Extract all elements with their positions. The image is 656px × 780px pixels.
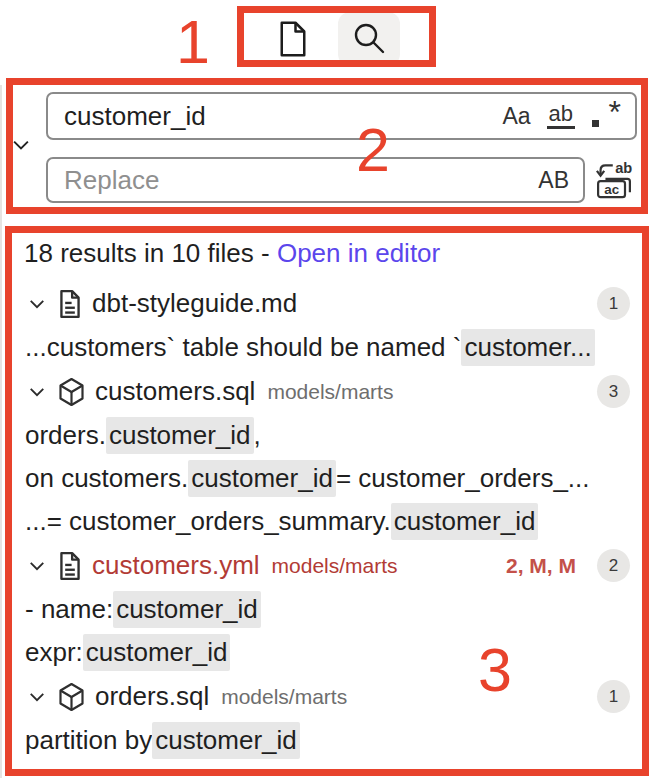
- match-highlight: customer_id: [113, 591, 261, 628]
- file-row[interactable]: orders.sqlmodels/marts1: [0, 674, 650, 719]
- cube-icon: [57, 682, 86, 712]
- toggle-replace-chevron[interactable]: [8, 132, 34, 158]
- search-match-row[interactable]: ...customers` table should be named `cus…: [0, 326, 650, 369]
- match-before-text: ...customers` table should be named `: [25, 332, 461, 363]
- match-highlight: customer...: [461, 329, 594, 366]
- file-name: customers.sql: [95, 376, 255, 407]
- search-input[interactable]: [48, 101, 502, 132]
- file-row[interactable]: dbt-styleguide.md1: [0, 281, 650, 326]
- vscode-search-sidebar: Aa ab * AB ab ac ··· 18 result: [0, 0, 656, 780]
- match-highlight: customer_id: [391, 503, 539, 540]
- replace-input[interactable]: [48, 165, 538, 196]
- match-highlight: customer_id: [152, 722, 300, 759]
- summary-separator: -: [254, 238, 277, 268]
- search-input-box: Aa ab *: [46, 92, 637, 140]
- match-count-badge: 2: [597, 549, 630, 582]
- git-status: 2, M, M: [506, 554, 576, 578]
- search-icon: [352, 22, 386, 56]
- file-name: orders.sql: [95, 681, 209, 712]
- match-before-text: partition by: [25, 725, 152, 756]
- match-highlight: customer_id: [83, 634, 231, 671]
- results-summary: 18 results in 10 files - Open in editor: [24, 238, 440, 269]
- search-match-row[interactable]: partition by customer_id: [0, 719, 650, 762]
- search-match-row[interactable]: expr: customer_id: [0, 631, 650, 674]
- explorer-tab[interactable]: [262, 12, 324, 66]
- replace-all-button[interactable]: ab ac: [592, 159, 636, 201]
- match-count-badge: 1: [597, 287, 630, 320]
- match-before-text: - name:: [25, 594, 113, 625]
- file-path: models/marts: [267, 380, 393, 404]
- regex-toggle-icon[interactable]: *: [591, 102, 621, 130]
- match-count-badge: 3: [597, 375, 630, 408]
- match-after-text: = customer_orders_...: [336, 463, 590, 494]
- open-in-editor-link[interactable]: Open in editor: [277, 238, 440, 268]
- chevron-down-icon[interactable]: [26, 382, 48, 402]
- match-highlight: customer_id: [188, 460, 336, 497]
- replace-all-icon: ab ac: [592, 159, 636, 201]
- preserve-case-toggle-icon[interactable]: AB: [538, 169, 569, 192]
- cube-icon: [57, 377, 86, 407]
- results-count: 18 results in 10 files: [24, 238, 254, 268]
- search-match-row[interactable]: - name: customer_id: [0, 588, 650, 631]
- regex-square: [592, 120, 599, 127]
- chevron-down-icon[interactable]: [26, 687, 48, 707]
- activity-bar: [262, 12, 400, 66]
- file-row[interactable]: customers.sqlmodels/marts3: [0, 369, 650, 414]
- replace-toggles: AB: [538, 169, 583, 192]
- file-text-icon: [57, 551, 83, 581]
- match-highlight: customer_id: [106, 417, 254, 454]
- toggle-search-details-icon[interactable]: ···: [585, 196, 620, 227]
- match-before-text: ...= customer_orders_summary.: [25, 506, 391, 537]
- match-before-text: orders.: [25, 420, 106, 451]
- search-results-tree: dbt-styleguide.md1...customers` table sh…: [0, 281, 650, 762]
- chevron-down-icon[interactable]: [26, 556, 48, 576]
- search-toggles: Aa ab *: [502, 102, 635, 130]
- file-row[interactable]: customers.ymlmodels/marts2, M, M2: [0, 543, 650, 588]
- search-match-row[interactable]: ...= customer_orders_summary.customer_id: [0, 500, 650, 543]
- match-case-toggle-icon[interactable]: Aa: [502, 105, 530, 128]
- annotation-label-1: 1: [176, 12, 210, 73]
- whole-word-toggle-icon[interactable]: ab: [547, 103, 575, 129]
- match-before-text: expr:: [25, 637, 83, 668]
- file-name: customers.yml: [92, 550, 260, 581]
- file-path: models/marts: [272, 554, 398, 578]
- file-text-icon: [57, 289, 83, 319]
- search-match-row[interactable]: on customers.customer_id = customer_orde…: [0, 457, 650, 500]
- svg-text:ab: ab: [615, 160, 632, 176]
- chevron-down-icon[interactable]: [26, 294, 48, 314]
- file-path: models/marts: [221, 685, 347, 709]
- match-before-text: on customers.: [25, 463, 188, 494]
- svg-text:ac: ac: [604, 182, 619, 197]
- search-tab[interactable]: [338, 12, 400, 66]
- regex-asterisk: *: [609, 96, 621, 128]
- match-after-text: ,: [254, 420, 261, 451]
- file-icon: [278, 20, 308, 58]
- chevron-down-icon: [10, 134, 32, 156]
- search-match-row[interactable]: orders.customer_id,: [0, 414, 650, 457]
- file-name: dbt-styleguide.md: [92, 288, 297, 319]
- replace-input-box: AB: [46, 157, 585, 203]
- match-count-badge: 1: [597, 680, 630, 713]
